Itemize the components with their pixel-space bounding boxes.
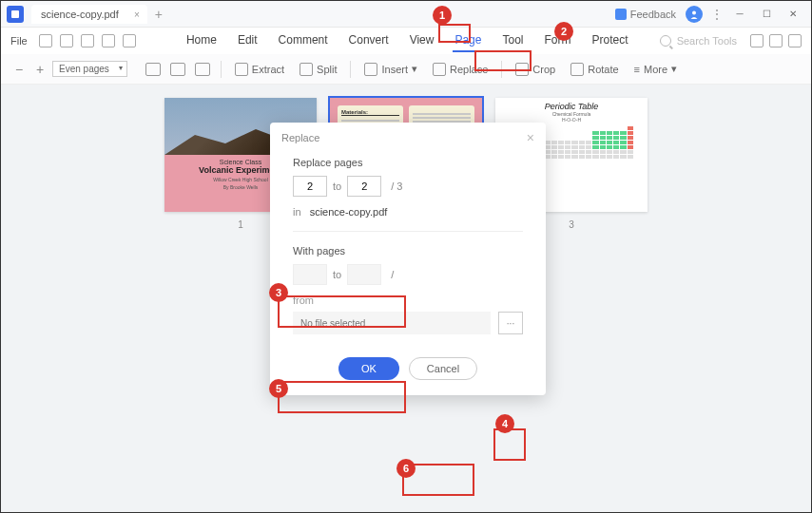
insert-icon: [364, 63, 377, 76]
annotation-badge: 3: [269, 283, 288, 302]
kebab-menu-icon[interactable]: ⋮: [710, 7, 724, 22]
document-tab[interactable]: science-copy.pdf ×: [31, 5, 147, 24]
chevron-down-icon: ▾: [671, 63, 677, 75]
page-number: 1: [238, 219, 243, 230]
annotation-badge: 1: [433, 6, 452, 25]
zoom-out-button[interactable]: −: [10, 62, 28, 77]
page-toolbar: − + Even pages Extract Split Insert▾ Rep…: [1, 54, 811, 85]
page-mode-select[interactable]: Even pages: [52, 61, 127, 77]
menubar: File Home Edit Comment Convert View Page…: [1, 28, 811, 54]
rotate-button[interactable]: Rotate: [565, 60, 624, 79]
zoom-in-button[interactable]: +: [31, 62, 48, 77]
annotation-badge: 5: [269, 379, 288, 398]
menu-protect[interactable]: Protect: [590, 29, 629, 52]
close-icon[interactable]: ×: [134, 10, 140, 20]
with-from-input[interactable]: [293, 264, 327, 285]
feedback-icon: [615, 9, 627, 20]
split-icon: [300, 63, 313, 76]
home-icon[interactable]: [788, 34, 802, 48]
annotation-badge: 2: [554, 22, 573, 41]
menu-comment[interactable]: Comment: [277, 29, 330, 52]
from-label: from: [293, 294, 523, 306]
minimize-button[interactable]: ─: [727, 5, 752, 24]
grid-icon[interactable]: [145, 63, 161, 76]
replace-to-input[interactable]: [347, 176, 381, 197]
menu-tool[interactable]: Tool: [500, 29, 525, 52]
replace-dialog: Replace × Replace pages to / 3 in scienc…: [270, 123, 546, 395]
page-number: 3: [569, 219, 574, 230]
copy-icon[interactable]: [195, 63, 210, 76]
crop-button[interactable]: Crop: [510, 60, 561, 79]
annotation-badge: 6: [396, 459, 416, 478]
save-icon[interactable]: [39, 34, 52, 48]
close-button[interactable]: ✕: [781, 5, 805, 24]
search-tools[interactable]: Search Tools: [660, 35, 737, 47]
split-button[interactable]: Split: [294, 60, 342, 79]
replace-button[interactable]: Replace: [427, 60, 493, 79]
replace-pages-label: Replace pages: [293, 157, 523, 168]
redo-icon[interactable]: [102, 34, 115, 48]
crop-icon: [515, 63, 529, 76]
menu-edit[interactable]: Edit: [236, 29, 260, 52]
extract-icon: [235, 63, 248, 76]
svg-point-0: [692, 10, 696, 14]
titlebar: science-copy.pdf × + Feedback ⋮ ─ ☐ ✕: [1, 1, 811, 28]
browse-button[interactable]: ···: [498, 312, 523, 334]
avatar[interactable]: [686, 6, 703, 23]
tab-label: science-copy.pdf: [41, 9, 119, 20]
app-icon: [7, 6, 24, 23]
share-icon[interactable]: [750, 34, 764, 48]
feedback-link[interactable]: Feedback: [615, 9, 676, 20]
insert-button[interactable]: Insert▾: [358, 60, 423, 79]
replace-from-input[interactable]: [293, 176, 327, 197]
menu-convert[interactable]: Convert: [347, 29, 391, 52]
mail-icon[interactable]: [60, 34, 73, 48]
more-button[interactable]: ≡More▾: [628, 60, 683, 78]
extract-button[interactable]: Extract: [229, 60, 290, 79]
more-icon: ≡: [634, 64, 640, 75]
add-tab-button[interactable]: +: [155, 7, 163, 22]
menu-home[interactable]: Home: [184, 29, 219, 52]
menu-view[interactable]: View: [408, 29, 436, 52]
search-icon: [660, 35, 671, 47]
source-filename: science-copy.pdf: [310, 206, 388, 218]
dialog-close-icon[interactable]: ×: [527, 130, 534, 145]
menu-page[interactable]: Page: [453, 29, 483, 52]
single-icon[interactable]: [170, 63, 185, 76]
with-to-input[interactable]: [347, 264, 381, 285]
print-icon[interactable]: [123, 34, 136, 48]
maximize-button[interactable]: ☐: [754, 5, 779, 24]
total-pages: / 3: [391, 180, 402, 192]
file-menu[interactable]: File: [10, 35, 28, 47]
with-pages-label: With pages: [293, 245, 523, 256]
annotation-badge: 4: [495, 414, 514, 433]
replace-icon: [433, 63, 446, 76]
undo-icon[interactable]: [81, 34, 94, 48]
ok-button[interactable]: OK: [338, 357, 399, 380]
chevron-down-icon: ▾: [412, 63, 417, 75]
cloud-icon[interactable]: [769, 34, 783, 48]
rotate-icon: [570, 63, 584, 76]
file-path-input[interactable]: [293, 312, 491, 334]
dialog-title: Replace: [281, 132, 319, 143]
cancel-button[interactable]: Cancel: [409, 357, 477, 380]
